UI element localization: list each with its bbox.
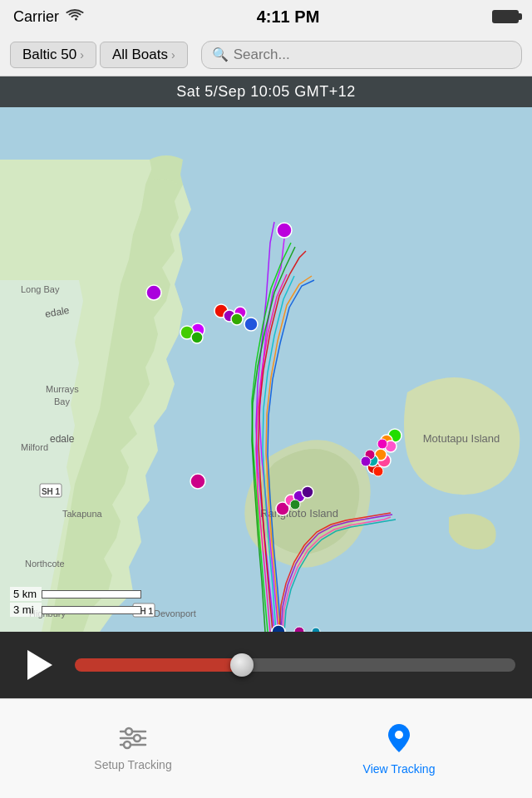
tab-bar: Setup Tracking View Tracking	[0, 698, 532, 798]
svg-point-50	[134, 735, 140, 741]
tab-setup-tracking[interactable]: Setup Tracking	[0, 727, 266, 771]
settings-sliders-icon	[119, 727, 147, 753]
svg-point-36	[146, 285, 161, 300]
slider-track	[75, 658, 515, 672]
status-left: Carrier	[13, 8, 84, 26]
svg-text:Devonport: Devonport	[154, 608, 196, 618]
status-right	[492, 10, 519, 23]
breadcrumb-baltic50[interactable]: Baltic 50 ›	[10, 42, 96, 68]
carrier-label: Carrier	[13, 8, 59, 26]
date-banner: Sat 5/Sep 10:05 GMT+12	[0, 76, 532, 107]
breadcrumb: Baltic 50 › All Boats ›	[10, 42, 188, 68]
breadcrumb-allboats[interactable]: All Boats ›	[100, 42, 188, 68]
svg-point-43	[231, 313, 243, 325]
svg-point-29	[373, 466, 383, 476]
setup-tracking-label: Setup Tracking	[94, 758, 171, 771]
location-pin-icon	[387, 722, 411, 757]
scale-mi-label: 3 mi	[10, 603, 42, 617]
svg-text:Murrays: Murrays	[46, 384, 79, 394]
play-button[interactable]	[17, 644, 58, 686]
playback-bar	[0, 632, 532, 698]
wifi-icon	[66, 8, 84, 26]
breadcrumb-arrow1: ›	[80, 48, 84, 62]
svg-point-35	[377, 439, 387, 449]
svg-point-24	[290, 500, 300, 510]
tab-view-tracking[interactable]: View Tracking	[266, 722, 532, 776]
svg-text:Long Bay: Long Bay	[21, 284, 60, 294]
svg-point-52	[124, 741, 131, 748]
svg-text:Bay: Bay	[54, 397, 70, 406]
svg-point-23	[302, 486, 313, 498]
scale-box: 5 km 3 mi	[10, 587, 141, 618]
svg-point-45	[190, 474, 205, 489]
search-input[interactable]	[234, 47, 511, 63]
scale-km-bar	[42, 590, 141, 598]
svg-point-46	[277, 223, 292, 238]
svg-point-53	[395, 731, 403, 739]
svg-text:edale: edale	[50, 433, 75, 445]
search-icon: 🔍	[212, 47, 229, 62]
map-container[interactable]: Sat 5/Sep 10:05 GMT+12 Rangitoto Island …	[0, 76, 532, 632]
map-svg: Rangitoto Island Motutapu Island edale e…	[0, 76, 532, 632]
svg-point-44	[244, 318, 258, 331]
svg-point-31	[361, 456, 371, 466]
play-icon	[27, 650, 52, 680]
time-display: 4:11 PM	[257, 7, 320, 27]
svg-text:SH 1: SH 1	[42, 487, 61, 496]
breadcrumb-arrow2: ›	[171, 48, 175, 62]
svg-text:Milford: Milford	[21, 442, 48, 452]
nav-bar: Baltic 50 › All Boats › 🔍	[0, 33, 532, 76]
status-bar: Carrier 4:11 PM	[0, 0, 532, 33]
battery-icon	[492, 10, 519, 23]
svg-text:Motutapu Island: Motutapu Island	[423, 432, 500, 445]
view-tracking-label: View Tracking	[363, 762, 436, 776]
svg-text:Takapuna: Takapuna	[62, 509, 103, 519]
svg-point-39	[191, 332, 203, 343]
search-bar[interactable]: 🔍	[201, 41, 522, 69]
scale-mi-bar	[42, 606, 141, 614]
svg-point-48	[126, 728, 132, 735]
svg-text:Northcote: Northcote	[25, 559, 65, 569]
timeline-slider[interactable]	[75, 656, 515, 674]
slider-thumb[interactable]	[230, 653, 254, 677]
scale-km-label: 5 km	[10, 587, 42, 601]
